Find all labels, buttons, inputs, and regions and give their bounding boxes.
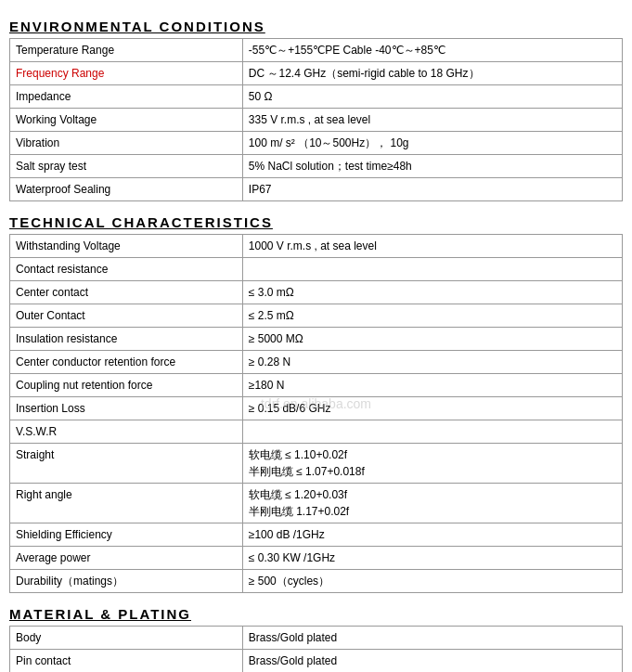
table-row: Waterproof SealingIP67	[10, 178, 623, 201]
row-label: Body	[10, 627, 243, 650]
row-label: Temperature Range	[10, 39, 243, 62]
table-row: Vibration100 m/ s² （10～500Hz）， 10g	[10, 132, 623, 155]
section-title-1: TECHNICAL CHARACTERISTICS	[9, 214, 623, 230]
row-label: V.S.W.R	[10, 420, 243, 444]
table-row: Outer Contact≤ 2.5 mΩ	[10, 304, 623, 328]
table-row: Pin contactBrass/Gold plated	[10, 650, 623, 673]
row-value: ≥180 N	[242, 374, 622, 397]
row-label: Withstanding Voltage	[10, 235, 243, 258]
table-row: Shielding Efficiency≥100 dB /1GHz	[10, 523, 623, 547]
table-row: Working Voltage335 V r.m.s , at sea leve…	[10, 109, 623, 132]
row-value: Brass/Gold plated	[242, 650, 622, 673]
table-row: Straight软电缆 ≤ 1.10+0.02f半刚电缆 ≤ 1.07+0.01…	[10, 444, 623, 484]
row-label: Impedance	[10, 85, 243, 109]
row-value: ≥100 dB /1GHz	[242, 523, 622, 547]
row-value: 5% NaCl solution；test time≥48h	[242, 155, 622, 178]
row-label: Insulation resistance	[10, 328, 243, 351]
table-row: Temperature Range-55℃～+155℃PE Cable -40℃…	[10, 39, 623, 62]
row-label: Average power	[10, 547, 243, 570]
row-label: Durability（matings）	[10, 570, 243, 593]
table-row: Salt spray test5% NaCl solution；test tim…	[10, 155, 623, 178]
main-content: ENVIRONMENTAL CONDITIONSTemperature Rang…	[9, 19, 623, 672]
section-table-2: BodyBrass/Gold platedPin contactBrass/Go…	[9, 626, 623, 672]
table-row: Center contact≤ 3.0 mΩ	[10, 281, 623, 304]
row-label: Straight	[10, 444, 243, 484]
table-row: BodyBrass/Gold plated	[10, 627, 623, 650]
row-value: 软电缆 ≤ 1.10+0.02f半刚电缆 ≤ 1.07+0.018f	[242, 444, 622, 484]
row-value: IP67	[242, 178, 622, 201]
page-container: ENVIRONMENTAL CONDITIONSTemperature Rang…	[9, 19, 623, 672]
table-row: Frequency RangeDC ～12.4 GHz（semi-rigid c…	[10, 62, 623, 85]
row-value: ≥ 0.15 dB/6 GHz	[242, 397, 622, 420]
row-value: 软电缆 ≤ 1.20+0.03f半刚电缆 1.17+0.02f	[242, 484, 622, 523]
section-title-0: ENVIRONMENTAL CONDITIONS	[9, 19, 623, 34]
table-row: V.S.W.R	[10, 420, 623, 444]
row-value	[242, 420, 622, 444]
table-row: Average power≤ 0.30 KW /1GHz	[10, 547, 623, 570]
table-row: Coupling nut retention force≥180 N	[10, 374, 623, 397]
row-label: Pin contact	[10, 650, 243, 673]
row-label: Right angle	[10, 484, 243, 523]
table-row: Center conductor retention force≥ 0.28 N	[10, 351, 623, 374]
row-value: ≤ 3.0 mΩ	[242, 281, 622, 304]
table-row: Right angle软电缆 ≤ 1.20+0.03f半刚电缆 1.17+0.0…	[10, 484, 623, 523]
table-row: Withstanding Voltage1000 V r.m.s , at se…	[10, 235, 623, 258]
row-value: ≥ 500（cycles）	[242, 570, 622, 593]
row-value	[242, 258, 622, 281]
row-value: 50 Ω	[242, 85, 622, 109]
row-label: Waterproof Sealing	[10, 178, 243, 201]
row-value: 100 m/ s² （10～500Hz）， 10g	[242, 132, 622, 155]
row-value: Brass/Gold plated	[242, 627, 622, 650]
row-value: DC ～12.4 GHz（semi-rigid cable to 18 GHz）	[242, 62, 622, 85]
table-row: Contact resistance	[10, 258, 623, 281]
row-label: Frequency Range	[10, 62, 243, 85]
row-value: ≥ 0.28 N	[242, 351, 622, 374]
row-value: -55℃～+155℃PE Cable -40℃～+85℃	[242, 39, 622, 62]
row-label: Insertion Loss	[10, 397, 243, 420]
table-row: Durability（matings）≥ 500（cycles）	[10, 570, 623, 593]
table-row: Impedance50 Ω	[10, 85, 623, 109]
row-label: Center conductor retention force	[10, 351, 243, 374]
row-label: Center contact	[10, 281, 243, 304]
table-row: Insulation resistance≥ 5000 MΩ	[10, 328, 623, 351]
row-label: Shielding Efficiency	[10, 523, 243, 547]
row-label: Contact resistance	[10, 258, 243, 281]
row-label: Coupling nut retention force	[10, 374, 243, 397]
row-value: 335 V r.m.s , at sea level	[242, 109, 622, 132]
table-row: Insertion Loss≥ 0.15 dB/6 GHz	[10, 397, 623, 420]
row-value: ≤ 2.5 mΩ	[242, 304, 622, 328]
row-value: 1000 V r.m.s , at sea level	[242, 235, 622, 258]
section-table-0: Temperature Range-55℃～+155℃PE Cable -40℃…	[9, 38, 623, 201]
section-table-1: Withstanding Voltage1000 V r.m.s , at se…	[9, 234, 623, 593]
row-label: Outer Contact	[10, 304, 243, 328]
row-value: ≤ 0.30 KW /1GHz	[242, 547, 622, 570]
row-label: Working Voltage	[10, 109, 243, 132]
row-label: Vibration	[10, 132, 243, 155]
row-value: ≥ 5000 MΩ	[242, 328, 622, 351]
row-label: Salt spray test	[10, 155, 243, 178]
section-title-2: MATERIAL & PLATING	[9, 606, 623, 622]
